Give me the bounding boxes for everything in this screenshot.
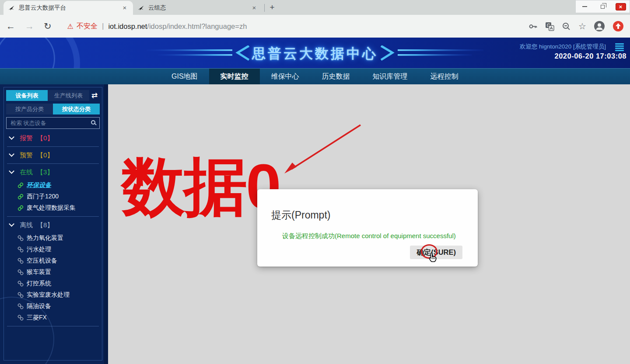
dialog-ok-button[interactable]: 确定(SURE) bbox=[410, 246, 462, 259]
webpage: 思普云大数据中心 欢迎您 hignton2020 [系统管理员] 2020-06… bbox=[0, 38, 630, 364]
restore-button[interactable] bbox=[594, 0, 612, 13]
extension-icon[interactable] bbox=[612, 21, 624, 32]
screen: 思普云大数据平台 × 云组态 × + × ← → ↻ ⚠ 不安全 | bbox=[0, 0, 630, 364]
browser-tab-platform[interactable]: 思普云大数据平台 × bbox=[4, 1, 133, 15]
section-count: 【3】 bbox=[37, 168, 53, 177]
broken-link-icon bbox=[18, 315, 24, 321]
dialog-message: 设备远程控制成功(Remote control of equipment suc… bbox=[282, 232, 456, 240]
device-item-sewage-treatment[interactable]: 污水处理 bbox=[18, 244, 100, 255]
address-separator: | bbox=[102, 22, 104, 31]
monitor-canvas: 数据0 提示(Prompt) 设备远程控制成功(Remote control o… bbox=[108, 84, 630, 364]
page-title: 思普云大数据中心 bbox=[252, 45, 378, 63]
section-label: 报警 bbox=[20, 134, 33, 142]
menu-list-icon[interactable] bbox=[615, 43, 624, 52]
device-item-monkey-car[interactable]: 猴车装置 bbox=[18, 267, 100, 278]
device-item-siemens-1200[interactable]: 西门子1200 bbox=[18, 191, 100, 202]
password-key-icon[interactable] bbox=[528, 22, 538, 31]
broken-link-icon bbox=[18, 235, 24, 241]
tab-close-icon[interactable]: × bbox=[250, 4, 258, 12]
translate-icon[interactable]: G bbox=[545, 22, 554, 31]
nav-item-history-data[interactable]: 历史数据 bbox=[311, 69, 361, 85]
nav-item-remote-control[interactable]: 远程控制 bbox=[419, 69, 470, 85]
broken-link-icon bbox=[18, 292, 24, 298]
section-label: 预警 bbox=[20, 151, 33, 159]
tab-title: 云组态 bbox=[148, 4, 250, 12]
tree-section-alarm[interactable]: 报警 【0】 bbox=[9, 132, 98, 144]
device-item-thermal-oxidation[interactable]: 热力氧化装置 bbox=[18, 232, 100, 244]
tree-section-offline[interactable]: 离线 【8】 bbox=[9, 219, 98, 231]
tab-title: 思普云大数据平台 bbox=[19, 4, 121, 12]
address-bar[interactable]: ⚠ 不安全 | iot.idosp.net/idosp/index.html?l… bbox=[67, 22, 523, 31]
device-tree: 报警 【0】 预警 【0】 在线 【3】 bbox=[6, 132, 100, 326]
chevron-down-icon bbox=[9, 168, 14, 174]
broken-link-icon bbox=[18, 269, 24, 275]
broken-link-icon bbox=[18, 246, 24, 253]
browser-tab-cloud-scada[interactable]: 云组态 × bbox=[133, 1, 262, 15]
nav-item-gis-map[interactable]: GIS地图 bbox=[160, 69, 209, 85]
chevron-down-icon bbox=[9, 221, 14, 227]
device-item-mitsubishi-fx[interactable]: 三菱FX bbox=[18, 312, 100, 323]
nav-item-maintenance-center[interactable]: 维保中心 bbox=[260, 69, 311, 85]
link-icon bbox=[18, 205, 24, 211]
tab-strip: 思普云大数据平台 × 云组态 × + × bbox=[0, 0, 630, 15]
device-search bbox=[6, 117, 100, 129]
list-type-tabs: 设备列表 生产线列表 ⇄ bbox=[6, 90, 100, 101]
bookmark-star-icon[interactable]: ☆ bbox=[578, 21, 586, 31]
zoom-out-icon[interactable] bbox=[562, 22, 571, 31]
broken-link-icon bbox=[18, 303, 24, 309]
profile-avatar-icon[interactable] bbox=[594, 21, 605, 32]
tab-device-list[interactable]: 设备列表 bbox=[6, 90, 48, 101]
reload-icon[interactable]: ↻ bbox=[44, 21, 52, 31]
section-count: 【8】 bbox=[37, 221, 53, 229]
link-icon bbox=[18, 194, 24, 200]
toolbar-icons: G ☆ bbox=[528, 21, 624, 32]
data-watermark-text: 数据0 bbox=[122, 155, 280, 218]
back-icon[interactable]: ← bbox=[6, 21, 15, 31]
swap-arrows-icon[interactable]: ⇄ bbox=[89, 91, 100, 100]
divider bbox=[7, 163, 99, 164]
tab-production-line-list[interactable]: 生产线列表 bbox=[48, 90, 89, 101]
device-panel: 设备列表 生产线列表 ⇄ 按产品分类 按状态分类 bbox=[4, 87, 102, 361]
tree-section-online[interactable]: 在线 【3】 bbox=[9, 166, 98, 178]
close-button[interactable]: × bbox=[612, 0, 630, 13]
section-label: 在线 bbox=[20, 168, 33, 177]
chevron-down-icon bbox=[9, 151, 14, 157]
device-item-light-control[interactable]: 灯控系统 bbox=[18, 278, 100, 289]
welcome-prefix: 欢迎您 bbox=[520, 43, 538, 50]
restore-icon bbox=[601, 5, 605, 9]
link-icon bbox=[18, 182, 24, 188]
new-tab-button[interactable]: + bbox=[266, 2, 278, 13]
main-nav: GIS地图 实时监控 维保中心 历史数据 知识库管理 远程控制 bbox=[0, 68, 630, 84]
device-item-oil-separator[interactable]: 隔油设备 bbox=[18, 301, 100, 312]
tab-close-icon[interactable]: × bbox=[121, 4, 129, 12]
nav-item-knowledge-base[interactable]: 知识库管理 bbox=[361, 69, 419, 85]
search-input[interactable] bbox=[6, 117, 100, 129]
broken-link-icon bbox=[18, 258, 24, 264]
page-header: 思普云大数据中心 欢迎您 hignton2020 [系统管理员] 2020-06… bbox=[0, 38, 630, 68]
device-item-exhaust-gas[interactable]: 废气处理数据采集 bbox=[18, 202, 100, 214]
broken-link-icon bbox=[18, 281, 24, 287]
device-item-air-compressor[interactable]: 空压机设备 bbox=[18, 255, 100, 267]
welcome-user: 欢迎您 hignton2020 [系统管理员] bbox=[520, 43, 606, 51]
divider bbox=[7, 146, 99, 147]
datetime-clock: 2020-06-20 17:03:08 bbox=[554, 52, 626, 60]
classification-tabs: 按产品分类 按状态分类 bbox=[6, 104, 100, 114]
header-decoration-left bbox=[147, 45, 252, 61]
forward-icon[interactable]: → bbox=[25, 21, 34, 31]
sidebar-scrollbar[interactable] bbox=[104, 84, 108, 364]
device-item-env-protection[interactable]: 环保设备 bbox=[18, 180, 100, 191]
device-item-lab-wastewater[interactable]: 实验室废水处理 bbox=[18, 289, 100, 301]
chevron-down-icon bbox=[9, 134, 14, 140]
warning-triangle-icon: ⚠ bbox=[67, 22, 74, 31]
minimize-button[interactable] bbox=[576, 0, 594, 13]
tab-by-status[interactable]: 按状态分类 bbox=[53, 104, 100, 114]
nav-item-realtime-monitor[interactable]: 实时监控 bbox=[209, 69, 260, 85]
site-favicon-icon bbox=[137, 4, 144, 11]
tree-section-warning[interactable]: 预警 【0】 bbox=[9, 149, 98, 161]
section-count: 【0】 bbox=[37, 151, 53, 159]
search-icon[interactable] bbox=[91, 120, 95, 125]
security-status[interactable]: 不安全 bbox=[77, 22, 98, 31]
tab-by-product[interactable]: 按产品分类 bbox=[6, 104, 53, 114]
close-icon-red-annotation: × bbox=[616, 3, 626, 10]
browser-toolbar: ← → ↻ ⚠ 不安全 | iot.idosp.net/idosp/index.… bbox=[0, 15, 630, 38]
